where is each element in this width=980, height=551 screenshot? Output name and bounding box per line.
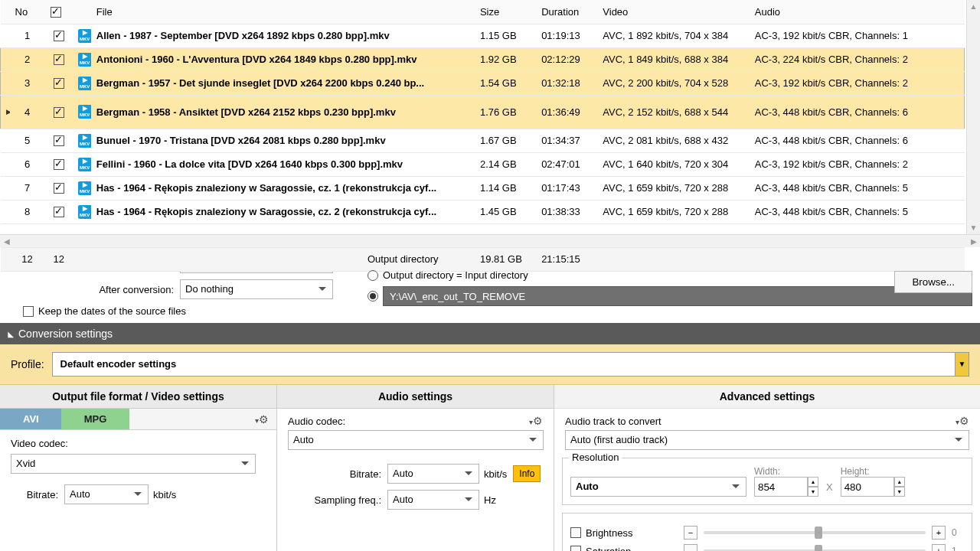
saturation-checkbox[interactable] [570, 546, 581, 551]
audio-codec-select[interactable]: Auto [288, 430, 544, 450]
row-size: 1.67 GB [475, 129, 536, 152]
resolution-select[interactable]: Auto [570, 477, 746, 497]
gear-icon[interactable] [954, 415, 969, 427]
video-bitrate-select[interactable]: Auto [64, 484, 149, 504]
profile-select[interactable]: Default encoder settings ▼ [52, 352, 969, 377]
row-checkbox[interactable] [54, 54, 64, 65]
row-file: Has - 1964 - Rękopis znaleziony w Sarago… [91, 200, 475, 223]
row-checkbox[interactable] [54, 207, 64, 217]
row-file: Bergman - 1958 - Ansiktet [DVD x264 2152… [91, 95, 475, 129]
spin-down-icon[interactable]: ▼ [808, 487, 818, 497]
tab-avi[interactable]: AVI [0, 409, 62, 429]
table-row[interactable]: 7Has - 1964 - Rękopis znaleziony w Sarag… [1, 176, 965, 200]
width-label: Width: [754, 466, 818, 477]
row-no [10, 223, 45, 247]
table-row[interactable]: 8Has - 1964 - Rękopis znaleziony w Sarag… [1, 200, 965, 223]
radio-same-dir-label: Output directory = Input directory [383, 269, 528, 281]
row-video: AVC, 2 200 kbit/s, 704 x 528 [597, 71, 749, 95]
chevron-down-icon[interactable]: ▼ [955, 353, 969, 376]
table-row[interactable]: 1Allen - 1987 - September [DVD x264 1892… [1, 24, 965, 47]
mkv-icon [78, 53, 91, 67]
audio-bitrate-unit: kbit/s [484, 468, 507, 480]
after-select[interactable]: Do nothing [180, 279, 333, 299]
row-file: Fellini - 1960 - La dolce vita [DVD x264… [91, 152, 475, 176]
saturation-value: 1 [952, 546, 964, 551]
keep-dates-checkbox[interactable] [23, 306, 34, 317]
spin-down-icon[interactable]: ▼ [894, 487, 905, 497]
scroll-down-icon[interactable]: ▼ [967, 221, 980, 234]
info-button[interactable]: Info [513, 465, 541, 482]
table-row[interactable]: 3Bergman - 1957 - Det sjunde inseglet [D… [1, 71, 965, 95]
gear-icon[interactable] [528, 415, 543, 427]
row-no: 2 [10, 47, 45, 71]
header-size[interactable]: Size [475, 0, 536, 24]
minus-button[interactable]: − [684, 544, 697, 551]
radio-same-dir[interactable] [368, 270, 378, 281]
brightness-checkbox[interactable] [570, 527, 581, 538]
resolution-label: Resolution [569, 452, 622, 463]
plus-button[interactable]: + [932, 526, 946, 540]
vertical-scrollbar[interactable]: ▲ ▼ [966, 0, 980, 234]
spin-up-icon[interactable]: ▲ [808, 477, 818, 487]
row-audio [750, 223, 965, 247]
height-input[interactable] [841, 477, 894, 497]
table-row[interactable]: 5Bunuel - 1970 - Tristana [DVD x264 2081… [1, 129, 965, 152]
table-row[interactable]: 2Antonioni - 1960 - L'Avventura [DVD x26… [1, 47, 965, 71]
header-check[interactable] [45, 0, 73, 24]
after-label: After conversion: [8, 284, 180, 295]
header-duration[interactable]: Duration [536, 0, 597, 24]
row-video: AVC, 1 849 kbit/s, 688 x 384 [597, 47, 749, 71]
row-audio: AC-3, 448 kbit/s CBR, Channels: 6 [750, 129, 965, 152]
file-table: No File Size Duration Video Audio 1Allen… [0, 0, 980, 234]
row-checkbox[interactable] [54, 183, 64, 194]
header-video[interactable]: Video [597, 0, 749, 24]
minus-button[interactable]: − [684, 526, 697, 540]
mkv-icon [78, 105, 91, 119]
spin-up-icon[interactable]: ▲ [894, 477, 905, 487]
header-no[interactable]: No [10, 0, 45, 24]
radio-custom-dir[interactable] [368, 291, 378, 302]
header-file[interactable]: File [91, 0, 475, 24]
row-video: AVC, 2 152 kbit/s, 688 x 544 [597, 95, 749, 129]
row-checkbox[interactable] [54, 135, 64, 146]
table-row[interactable]: 6Fellini - 1960 - La dolce vita [DVD x26… [1, 152, 965, 176]
row-size: 1.14 GB [475, 176, 536, 200]
conversion-settings-header[interactable]: Conversion settings [0, 323, 980, 344]
row-checkbox[interactable] [54, 159, 64, 170]
sampling-select[interactable]: Auto [387, 490, 479, 510]
header-audio[interactable]: Audio [750, 0, 965, 24]
mkv-icon [78, 205, 91, 219]
saturation-label: Saturation [586, 546, 631, 552]
row-size: 1.45 GB [475, 200, 536, 223]
plus-button[interactable]: + [932, 544, 946, 551]
row-duration: 01:19:13 [536, 24, 597, 47]
width-input[interactable] [754, 477, 808, 497]
row-checkbox[interactable] [54, 107, 64, 118]
audio-bitrate-select[interactable]: Auto [387, 464, 479, 484]
audio-track-select[interactable]: Auto (first audio track) [565, 430, 969, 450]
tab-mpg[interactable]: MPG [61, 409, 130, 429]
browse-button[interactable]: Browse... [894, 271, 972, 293]
video-codec-select[interactable]: Xvid [11, 454, 256, 474]
gear-icon[interactable] [253, 413, 269, 425]
height-label: Height: [841, 466, 905, 477]
row-file: Allen - 1987 - September [DVD x264 1892 … [91, 24, 475, 47]
scroll-up-icon[interactable]: ▲ [967, 0, 980, 13]
row-audio: AC-3, 448 kbit/s CBR, Channels: 5 [750, 200, 965, 223]
row-duration: 01:34:37 [536, 129, 597, 152]
row-file [91, 223, 475, 247]
mkv-icon [78, 29, 91, 43]
row-size [475, 223, 536, 247]
row-audio: AC-3, 224 kbit/s CBR, Channels: 2 [750, 47, 965, 71]
row-checkbox[interactable] [54, 78, 64, 89]
table-row[interactable] [1, 223, 965, 247]
scroll-right-icon[interactable]: ▶ [967, 235, 980, 247]
table-row[interactable]: 4Bergman - 1958 - Ansiktet [DVD x264 215… [1, 95, 965, 129]
output-path-input[interactable]: Y:\AV\_enc_out_TO_REMOVE [383, 286, 972, 306]
video-settings-header: Output file format / Video settings [0, 385, 276, 409]
brightness-slider[interactable] [704, 531, 926, 534]
row-duration: 02:47:01 [536, 152, 597, 176]
row-checkbox[interactable] [54, 31, 64, 41]
row-duration: 01:36:49 [536, 95, 597, 129]
row-no: 6 [10, 152, 45, 176]
